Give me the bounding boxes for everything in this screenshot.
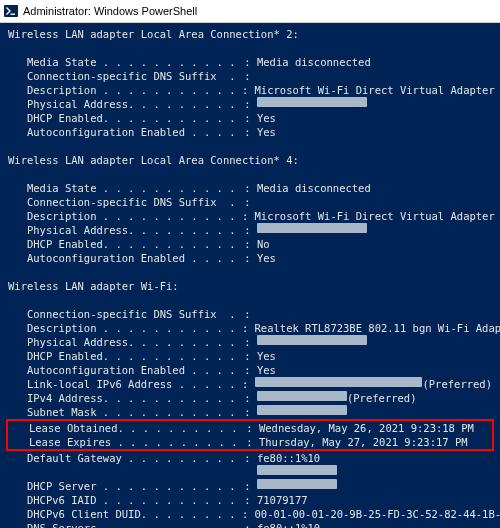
redacted-value [255, 377, 423, 387]
field-label: DHCPv6 Client DUID. . . . . . . . [8, 507, 236, 521]
field-label: Media State . . . . . . . . . . . [8, 55, 238, 69]
field-value: Yes [257, 363, 276, 377]
output-line: Physical Address. . . . . . . . . : [0, 223, 500, 237]
output-line: DHCP Server . . . . . . . . . . . : [0, 479, 500, 493]
terminal-output[interactable]: Wireless LAN adapter Local Area Connecti… [0, 23, 500, 528]
field-suffix: (Preferred) [422, 377, 492, 391]
output-line: Subnet Mask . . . . . . . . . . . : [0, 405, 500, 419]
field-value: Yes [257, 125, 276, 139]
svg-rect-0 [4, 5, 18, 17]
section-header: Wireless LAN adapter Local Area Connecti… [0, 27, 500, 41]
output-line: Lease Expires . . . . . . . . . . : Thur… [8, 435, 492, 449]
field-label: DNS Servers . . . . . . . . . . . [8, 521, 238, 528]
field-label [8, 465, 238, 479]
output-line: Connection-specific DNS Suffix . : [0, 195, 500, 209]
redacted-value [257, 335, 367, 345]
output-line: IPv4 Address. . . . . . . . . . . : (Pre… [0, 391, 500, 405]
field-label: DHCP Server . . . . . . . . . . . [8, 479, 238, 493]
redacted-value [257, 479, 337, 489]
field-label: Physical Address. . . . . . . . . [8, 335, 238, 349]
field-label: Physical Address. . . . . . . . . [8, 97, 238, 111]
field-value: 71079177 [257, 493, 308, 507]
field-label: DHCP Enabled. . . . . . . . . . . [8, 349, 238, 363]
field-value: Realtek RTL8723BE 802.11 bgn Wi-Fi Adapt… [255, 321, 500, 335]
field-label: Default Gateway . . . . . . . . . [8, 451, 238, 465]
output-line: Description . . . . . . . . . . . : Real… [0, 321, 500, 335]
redacted-value [257, 465, 337, 475]
output-line: Physical Address. . . . . . . . . : [0, 335, 500, 349]
output-line: Description . . . . . . . . . . . : Micr… [0, 83, 500, 97]
field-label: Description . . . . . . . . . . . [8, 83, 236, 97]
section-header: Wireless LAN adapter Wi-Fi: [0, 279, 500, 293]
field-value: Microsoft Wi-Fi Direct Virtual Adapter [255, 83, 495, 97]
field-value: Yes [257, 111, 276, 125]
field-value: fe80::1%10 [257, 521, 320, 528]
field-value: No [257, 237, 270, 251]
window-titlebar[interactable]: Administrator: Windows PowerShell [0, 0, 500, 23]
output-line: DHCPv6 IAID . . . . . . . . . . . : 7107… [0, 493, 500, 507]
output-line: DHCP Enabled. . . . . . . . . . . : Yes [0, 111, 500, 125]
field-label: Connection-specific DNS Suffix . [8, 195, 238, 209]
output-line: Media State . . . . . . . . . . . : Medi… [0, 181, 500, 195]
output-line: DHCPv6 Client DUID. . . . . . . . : 00-0… [0, 507, 500, 521]
output-line: Media State . . . . . . . . . . . : Medi… [0, 55, 500, 69]
output-line: Default Gateway . . . . . . . . . : fe80… [0, 451, 500, 465]
output-line: Connection-specific DNS Suffix . : [0, 69, 500, 83]
field-value: fe80::1%10 [257, 451, 320, 465]
field-label: Media State . . . . . . . . . . . [8, 181, 238, 195]
field-value: Wednesday, May 26, 2021 9:23:18 PM [259, 421, 474, 435]
output-line: Connection-specific DNS Suffix . : [0, 307, 500, 321]
field-label: Description . . . . . . . . . . . [8, 321, 236, 335]
section-header: Wireless LAN adapter Local Area Connecti… [0, 153, 500, 167]
output-line [0, 465, 500, 479]
field-value: 00-01-00-01-20-9B-25-FD-3C-52-82-44-1B-1… [255, 507, 500, 521]
redacted-value [257, 391, 347, 401]
field-label: Lease Obtained. . . . . . . . . . [10, 421, 240, 435]
field-value: Yes [257, 251, 276, 265]
output-line: Autoconfiguration Enabled . . . . : Yes [0, 363, 500, 377]
powershell-icon [4, 4, 18, 18]
field-label: Description . . . . . . . . . . . [8, 209, 236, 223]
field-label: Lease Expires . . . . . . . . . . [10, 435, 240, 449]
field-value: Thursday, May 27, 2021 9:23:17 PM [259, 435, 468, 449]
field-value: Yes [257, 349, 276, 363]
window-title: Administrator: Windows PowerShell [23, 4, 197, 18]
output-line: Description . . . . . . . . . . . : Micr… [0, 209, 500, 223]
field-label: DHCP Enabled. . . . . . . . . . . [8, 237, 238, 251]
field-label: DHCP Enabled. . . . . . . . . . . [8, 111, 238, 125]
field-label: Link-local IPv6 Address . . . . . [8, 377, 236, 391]
field-label: IPv4 Address. . . . . . . . . . . [8, 391, 238, 405]
field-label: Autoconfiguration Enabled . . . . [8, 125, 238, 139]
redacted-value [257, 223, 367, 233]
redacted-value [257, 405, 347, 415]
output-line: DHCP Enabled. . . . . . . . . . . : No [0, 237, 500, 251]
field-label: Physical Address. . . . . . . . . [8, 223, 238, 237]
field-suffix: (Preferred) [347, 391, 417, 405]
field-value: Media disconnected [257, 55, 371, 69]
field-label: Subnet Mask . . . . . . . . . . . [8, 405, 238, 419]
output-line: Physical Address. . . . . . . . . : [0, 97, 500, 111]
field-label: Autoconfiguration Enabled . . . . [8, 363, 238, 377]
lease-highlight-box: Lease Obtained. . . . . . . . . . : Wedn… [6, 419, 494, 451]
field-label: Connection-specific DNS Suffix . [8, 307, 238, 321]
output-line: Autoconfiguration Enabled . . . . : Yes [0, 251, 500, 265]
redacted-value [257, 97, 367, 107]
field-label: DHCPv6 IAID . . . . . . . . . . . [8, 493, 238, 507]
output-line: DHCP Enabled. . . . . . . . . . . : Yes [0, 349, 500, 363]
output-line: Autoconfiguration Enabled . . . . : Yes [0, 125, 500, 139]
output-line: DNS Servers . . . . . . . . . . . : fe80… [0, 521, 500, 528]
field-value: Media disconnected [257, 181, 371, 195]
output-line: Lease Obtained. . . . . . . . . . : Wedn… [8, 421, 492, 435]
output-line: Link-local IPv6 Address . . . . . : (Pre… [0, 377, 500, 391]
field-value: Microsoft Wi-Fi Direct Virtual Adapter #… [255, 209, 500, 223]
field-label: Connection-specific DNS Suffix . [8, 69, 238, 83]
field-label: Autoconfiguration Enabled . . . . [8, 251, 238, 265]
